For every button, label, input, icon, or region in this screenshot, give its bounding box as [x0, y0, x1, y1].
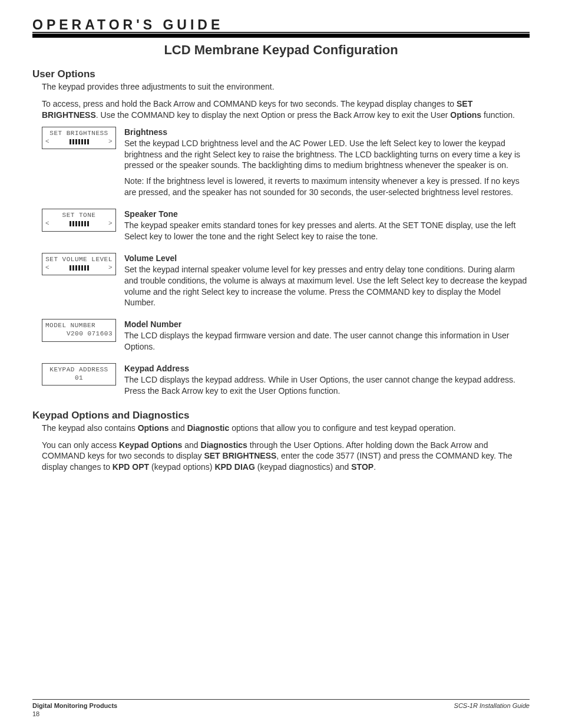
- address-heading: Keypad Address: [124, 364, 189, 373]
- lcd-line1: KEYPAD ADDRESS: [45, 366, 113, 374]
- model-text: The LCD displays the keypad firmware ver…: [124, 330, 530, 353]
- text-bold: Options: [138, 423, 169, 433]
- section-user-options-heading: User Options: [32, 68, 530, 80]
- user-options-access: To access, press and hold the Back Arrow…: [42, 98, 530, 121]
- level-bars: [70, 265, 89, 271]
- model-heading: Model Number: [124, 319, 181, 329]
- text: options that allow you to configure and …: [229, 423, 455, 433]
- lcd-line2: < >: [45, 220, 113, 228]
- footer-right: SCS-1R Installation Guide: [454, 702, 530, 709]
- user-options-intro: The keypad provides three adjustments to…: [42, 81, 530, 93]
- left-arrow-icon: <: [45, 264, 49, 272]
- tone-text: The keypad speaker emits standard tones …: [124, 220, 530, 242]
- text-bold: Diagnostic: [187, 423, 230, 433]
- brightness-text: Set the keypad LCD brightness level and …: [124, 138, 530, 172]
- text: The keypad also contains: [42, 423, 138, 433]
- lcd-tone: SET TONE < >: [42, 209, 116, 232]
- diag-p2: You can only access Keypad Options and D…: [42, 440, 530, 473]
- text: .: [373, 462, 376, 472]
- text-bold: SET BRIGHTNESS: [204, 451, 276, 460]
- text-bold: Options: [450, 110, 481, 120]
- lcd-line1: SET TONE: [45, 212, 113, 220]
- lcd-volume: SET VOLUME LEVEL < >: [42, 253, 116, 276]
- text: and: [182, 440, 200, 450]
- left-arrow-icon: <: [45, 138, 49, 146]
- lcd-line1: MODEL NUMBER: [45, 322, 113, 330]
- right-arrow-icon: >: [108, 220, 113, 228]
- text-bold: STOP: [351, 462, 373, 472]
- lcd-line2: 01: [45, 374, 113, 383]
- lcd-line2: < >: [45, 138, 113, 146]
- text: . Use the COMMAND key to display the nex…: [96, 110, 450, 120]
- text: (keypad diagnostics) and: [255, 462, 351, 472]
- lcd-line1: SET BRIGHTNESS: [45, 130, 113, 138]
- brightness-note: Note: If the brightness level is lowered…: [124, 176, 530, 198]
- lcd-brightness: SET BRIGHTNESS < >: [42, 127, 116, 150]
- text: function.: [481, 110, 515, 120]
- row-volume: SET VOLUME LEVEL < > Volume Level Set th…: [42, 253, 530, 313]
- row-brightness: SET BRIGHTNESS < > Brightness Set the ke…: [42, 127, 530, 203]
- note-label: Note: [124, 176, 142, 186]
- text-bold: KPD DIAG: [214, 462, 254, 472]
- text-bold: Keypad Options: [119, 440, 182, 450]
- level-bars: [70, 139, 89, 144]
- lcd-line2: < >: [45, 264, 113, 272]
- text: To access, press and hold the Back Arrow…: [42, 99, 457, 108]
- brightness-heading: Brightness: [124, 127, 167, 137]
- text: (keypad options): [149, 462, 214, 472]
- level-bars: [70, 221, 89, 226]
- text: You can only access: [42, 440, 119, 450]
- diag-p1: The keypad also contains Options and Dia…: [42, 423, 530, 434]
- row-tone: SET TONE < > Speaker Tone The keypad spe…: [42, 209, 530, 247]
- page-title: LCD Membrane Keypad Configuration: [32, 42, 530, 58]
- note-text: : If the brightness level is lowered, it…: [124, 176, 520, 197]
- volume-text: Set the keypad internal speaker volume l…: [124, 264, 530, 309]
- left-arrow-icon: <: [45, 220, 49, 228]
- text: and: [169, 423, 187, 433]
- lcd-line1: SET VOLUME LEVEL: [45, 256, 113, 264]
- row-address: KEYPAD ADDRESS 01 Keypad Address The LCD…: [42, 363, 530, 401]
- tone-heading: Speaker Tone: [124, 209, 178, 219]
- address-text: The LCD displays the keypad address. Whi…: [124, 374, 530, 397]
- header-guide-title: OPERATOR'S GUIDE: [32, 18, 530, 33]
- text-bold: Diagnostics: [201, 440, 247, 450]
- section-diagnostics-heading: Keypad Options and Diagnostics: [32, 410, 530, 421]
- header-accent-bar: [32, 34, 530, 38]
- page-footer: Digital Monitoring Products SCS-1R Insta…: [32, 699, 530, 709]
- right-arrow-icon: >: [108, 138, 113, 146]
- volume-heading: Volume Level: [124, 253, 177, 263]
- text-bold: KPD OPT: [113, 462, 149, 472]
- footer-left: Digital Monitoring Products: [32, 702, 117, 709]
- right-arrow-icon: >: [108, 264, 113, 272]
- lcd-address: KEYPAD ADDRESS 01: [42, 363, 116, 386]
- lcd-line2: V200 071603: [45, 330, 113, 338]
- page-number: 18: [32, 710, 39, 717]
- row-model: MODEL NUMBER V200 071603 Model Number Th…: [42, 319, 530, 357]
- lcd-model: MODEL NUMBER V200 071603: [42, 319, 116, 342]
